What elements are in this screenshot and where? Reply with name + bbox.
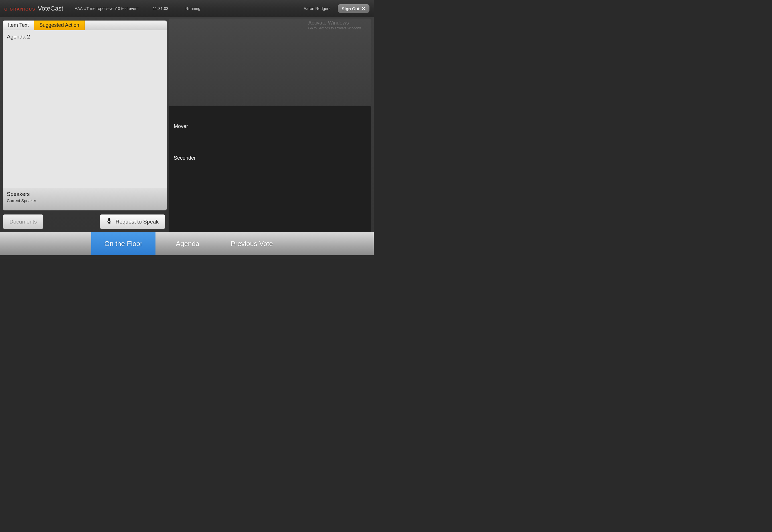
microphone-icon [106,218,112,226]
nav-agenda-label: Agenda [176,240,199,248]
item-body: Agenda 2 [3,30,167,188]
tab-item-text[interactable]: Item Text [3,21,34,30]
bottom-nav: On the Floor Agenda Previous Vote [0,232,374,255]
right-top-panel [169,19,371,105]
right-bottom-panel: Mover Seconder [169,106,371,232]
svg-rect-1 [109,223,110,224]
speakers-panel: Speakers Current Speaker [3,188,167,210]
brand-logo-text: G GRANICUS [4,7,35,11]
request-to-speak-button[interactable]: Request to Speak [100,214,165,229]
current-speaker-label: Current Speaker [7,198,163,203]
item-card: Item Text Suggested Action Agenda 2 Spea… [3,21,167,210]
windows-watermark: Activate Windows Go to Settings to activ… [308,20,362,30]
action-row: Documents Request to Speak [3,214,167,229]
right-column: Mover Seconder [167,17,374,232]
sign-out-label: Sign Out [342,6,360,11]
header-time: 11:31:03 [153,6,169,11]
header-user: Aaron Rodgers [303,6,330,11]
brand: G GRANICUS VoteCast [4,5,63,12]
nav-agenda[interactable]: Agenda [155,232,220,255]
tab-suggested-action-label: Suggested Action [39,22,79,28]
watermark-line1: Activate Windows [308,20,362,26]
documents-label: Documents [9,219,37,225]
item-body-text: Agenda 2 [7,34,30,40]
nav-previous-vote[interactable]: Previous Vote [220,232,284,255]
brand-name: VoteCast [38,5,63,12]
tab-suggested-action[interactable]: Suggested Action [34,21,85,30]
nav-on-the-floor[interactable]: On the Floor [91,232,155,255]
watermark-line2: Go to Settings to activate Windows. [308,26,362,30]
svg-rect-0 [108,218,110,222]
svg-rect-2 [108,224,110,224]
request-label: Request to Speak [115,219,159,225]
item-tabs: Item Text Suggested Action [3,21,167,30]
main-area: Item Text Suggested Action Agenda 2 Spea… [0,17,374,232]
header-bar: G GRANICUS VoteCast AAA UT metropolis-wi… [0,0,374,17]
seconder-label: Seconder [174,155,366,161]
header-status: Running [185,6,200,11]
sign-out-button[interactable]: Sign Out ✕ [338,4,370,13]
footer-strip [0,255,374,259]
app-window: G GRANICUS VoteCast AAA UT metropolis-wi… [0,0,374,259]
tabs-filler [85,21,167,30]
left-column: Item Text Suggested Action Agenda 2 Spea… [0,17,167,232]
nav-on-the-floor-label: On the Floor [104,240,142,248]
mover-label: Mover [174,123,366,129]
tab-item-text-label: Item Text [8,22,29,28]
documents-button[interactable]: Documents [3,214,43,229]
close-icon: ✕ [362,6,365,11]
speakers-title: Speakers [7,191,163,197]
header-event: AAA UT metropolis-win10 test event [75,6,139,11]
nav-previous-vote-label: Previous Vote [230,240,273,248]
